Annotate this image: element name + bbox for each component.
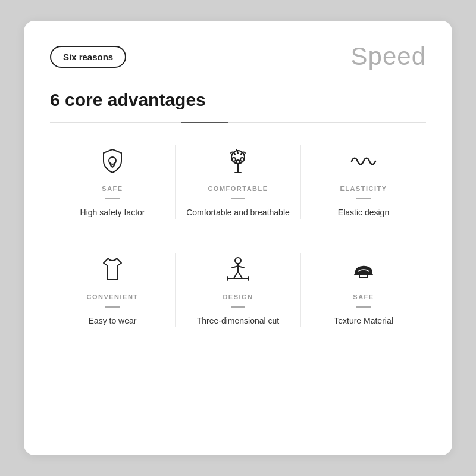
convenient-desc: Easy to wear xyxy=(89,315,137,327)
header-row: Six reasons Speed xyxy=(50,42,426,71)
helmet-icon xyxy=(347,253,380,286)
safe-label-2: SAFE xyxy=(353,293,374,300)
svg-point-0 xyxy=(109,157,116,164)
elasticity-label: ELASTICITY xyxy=(340,185,387,192)
safe-desc-2: Texture Material xyxy=(334,315,393,327)
features-grid: SAFE High safety factor xyxy=(50,145,426,344)
design-dash xyxy=(231,306,245,308)
svg-point-5 xyxy=(235,258,241,264)
feature-cell-safe-2: SAFE Texture Material xyxy=(301,253,426,327)
elasticity-dash xyxy=(356,198,371,199)
elasticity-desc: Elastic design xyxy=(338,206,389,219)
comfortable-desc: Comfortable and breathable xyxy=(186,206,290,219)
convenient-label: CONVENIENT xyxy=(86,293,138,300)
svg-point-2 xyxy=(232,158,236,161)
tree-icon xyxy=(221,145,255,178)
features-row-1: SAFE High safety factor xyxy=(50,145,426,236)
design-label: DESIGN xyxy=(223,293,253,300)
shield-icon xyxy=(96,145,129,178)
svg-point-4 xyxy=(236,160,240,164)
feature-cell-design: DESIGN Three-dimensional cut xyxy=(176,253,301,327)
comfortable-label: COMFORTABLE xyxy=(208,185,268,192)
divider xyxy=(50,122,426,123)
features-row-2: CONVENIENT Easy to wear xyxy=(50,253,426,344)
speed-label: Speed xyxy=(351,42,426,71)
design-desc: Three-dimensional cut xyxy=(197,315,280,327)
feature-cell-safe: SAFE High safety factor xyxy=(50,145,176,219)
main-title: 6 core advantages xyxy=(50,90,426,110)
six-reasons-button[interactable]: Six reasons xyxy=(50,46,126,68)
safe-label-1: SAFE xyxy=(102,185,123,192)
safe-dash-1 xyxy=(105,198,120,199)
safe-dash-2 xyxy=(356,306,371,308)
feature-cell-comfortable: COMFORTABLE Comfortable and breathable xyxy=(176,145,301,219)
comfortable-dash xyxy=(231,198,245,199)
main-card: Six reasons Speed 6 core advantages SAFE xyxy=(24,21,452,455)
wave-icon xyxy=(347,145,380,178)
safe-desc-1: High safety factor xyxy=(80,206,145,219)
shirt-icon xyxy=(96,253,129,286)
feature-cell-elasticity: ELASTICITY Elastic design xyxy=(301,145,426,219)
feature-cell-convenient: CONVENIENT Easy to wear xyxy=(50,253,176,327)
scissors-icon xyxy=(221,253,255,286)
svg-point-3 xyxy=(240,158,244,161)
convenient-dash xyxy=(105,306,120,308)
